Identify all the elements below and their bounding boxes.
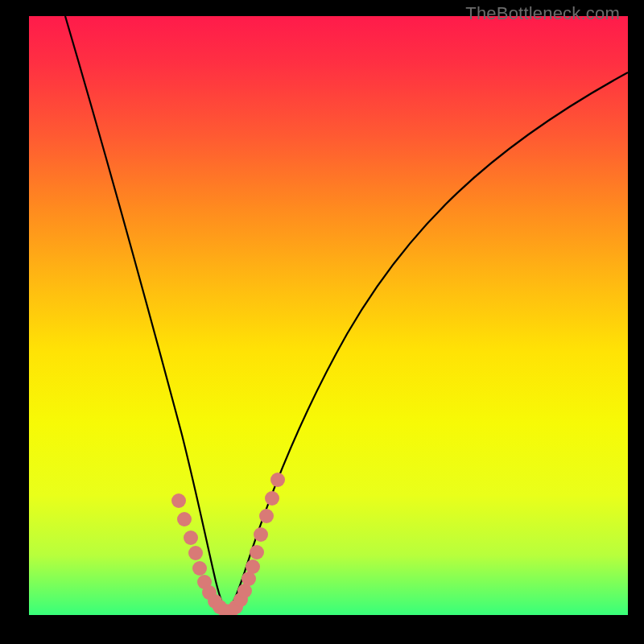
svg-point-20 <box>270 473 285 487</box>
svg-point-4 <box>192 561 207 576</box>
svg-point-19 <box>265 491 279 506</box>
valley-dot-cluster <box>171 473 285 615</box>
svg-point-2 <box>184 530 198 545</box>
curve-right <box>227 72 628 612</box>
plot-area <box>29 16 628 615</box>
chart-frame: TheBottleneck.com <box>0 0 644 644</box>
svg-point-1 <box>177 512 192 526</box>
svg-point-18 <box>259 509 274 523</box>
watermark-text: TheBottleneck.com <box>465 3 620 24</box>
svg-point-15 <box>246 559 260 574</box>
svg-point-3 <box>188 546 203 560</box>
curve-left <box>65 16 227 612</box>
chart-svg <box>29 16 628 615</box>
svg-point-0 <box>171 493 186 508</box>
svg-point-16 <box>250 545 264 559</box>
svg-point-17 <box>254 527 268 542</box>
